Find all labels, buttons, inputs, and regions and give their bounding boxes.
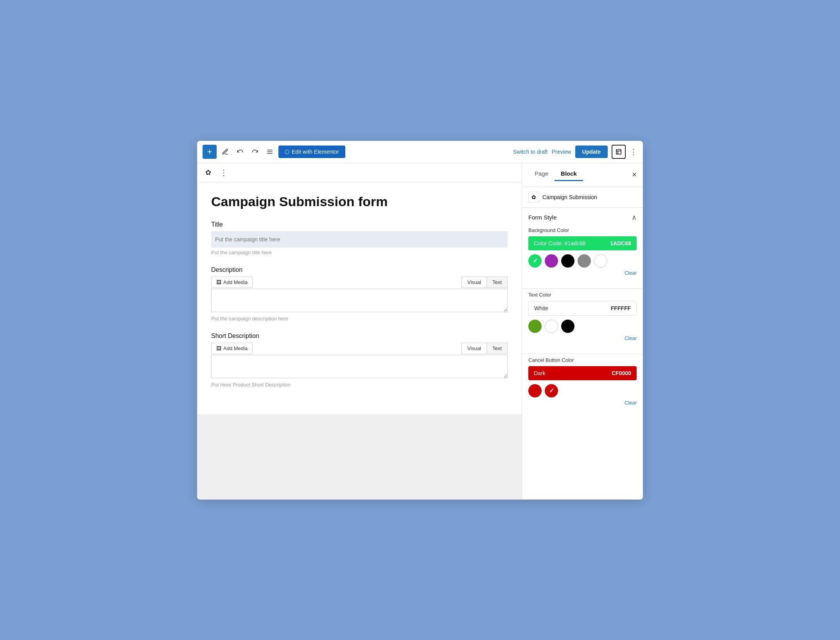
description-label: Description [211, 266, 508, 273]
description-textarea-wrap [211, 289, 508, 314]
tools-icon[interactable] [219, 146, 232, 158]
description-add-media-button[interactable]: 🖼 Add Media [211, 277, 253, 288]
form-title: Campaign Submission form [211, 194, 508, 209]
sidebar-header: Page Block × [522, 163, 643, 187]
text-olive-swatch[interactable] [528, 320, 542, 333]
short-description-label: Short Description [211, 333, 508, 340]
short-description-hint: Put Here Product Short Description [211, 382, 508, 388]
edit-elementor-button[interactable]: ⬡ Edit with Elementor [278, 146, 345, 158]
form-style-label: Form Style [528, 214, 557, 221]
sidebar: Page Block × ✿ Campaign Submission Form … [522, 163, 643, 500]
redo-button[interactable] [249, 146, 261, 158]
text-color-name: White [534, 305, 548, 311]
cancel-red-selected-swatch[interactable] [545, 384, 558, 397]
text-black-swatch[interactable] [561, 320, 574, 333]
title-label: Title [211, 221, 508, 228]
cancel-red-swatch[interactable] [528, 384, 542, 397]
cancel-button-color-section: Cancel Button Color Dark CF0000 Clear [522, 357, 643, 415]
description-media-toolbar: 🖼 Add Media Visual Text [211, 277, 508, 288]
editor-area: ✿ ⋮ Campaign Submission form Title Put t… [197, 163, 522, 500]
elementor-icon: ⬡ [285, 149, 289, 155]
form-style-section: Form Style ∧ Background Color Color Code… [522, 208, 643, 415]
cancel-color-hex: CF0000 [612, 370, 631, 376]
block-info: ✿ Campaign Submission [522, 187, 643, 208]
edit-elementor-label: Edit with Elementor [292, 149, 339, 155]
add-media-icon: 🖼 [216, 279, 221, 285]
svg-rect-3 [616, 149, 621, 154]
text-color-swatches [528, 320, 637, 333]
switch-to-draft-button[interactable]: Switch to draft [513, 149, 548, 155]
more-options-button[interactable]: ⋮ [630, 147, 637, 156]
block-options-button[interactable]: ⋮ [217, 166, 230, 179]
short-desc-add-media-button[interactable]: 🖼 Add Media [211, 343, 253, 354]
description-field-section: Description 🖼 Add Media Visual Text [211, 266, 508, 322]
description-textarea[interactable] [211, 289, 508, 312]
background-color-section: Background Color Color Code: #1adc68 1AD… [522, 227, 643, 285]
short-description-tabs: Visual Text [461, 343, 508, 354]
add-media-label2: Add Media [223, 345, 248, 351]
form-style-chevron: ∧ [632, 213, 637, 222]
block-tab[interactable]: Block [555, 169, 583, 181]
wordpress-editor-window: + ⬡ E [197, 141, 643, 500]
text-color-label: Text Color [528, 292, 637, 298]
block-name-label: Campaign Submission [542, 194, 597, 200]
cancel-button-color-display[interactable]: Dark CF0000 [528, 366, 637, 380]
text-white-swatch[interactable] [545, 320, 558, 333]
add-block-button[interactable]: + [203, 145, 217, 159]
short-description-media-toolbar: 🖼 Add Media Visual Text [211, 343, 508, 354]
text-color-clear[interactable]: Clear [625, 335, 637, 341]
background-color-label: Background Color [528, 227, 637, 233]
toolbar-left: + ⬡ E [203, 145, 510, 159]
bg-gray-swatch[interactable] [578, 254, 591, 268]
sidebar-close-button[interactable]: × [632, 170, 637, 179]
cancel-button-swatches [528, 384, 637, 397]
page-tab[interactable]: Page [528, 169, 555, 181]
bg-black-swatch[interactable] [561, 254, 574, 268]
cancel-button-color-label: Cancel Button Color [528, 357, 637, 363]
bg-purple-swatch[interactable] [545, 254, 558, 268]
editor-toolbar: ✿ ⋮ [197, 163, 522, 182]
top-bar: + ⬡ E [197, 141, 643, 163]
background-color-clear[interactable]: Clear [625, 270, 637, 276]
add-media-label: Add Media [223, 279, 248, 285]
list-view-button[interactable] [264, 146, 276, 158]
block-icon: ✿ [528, 192, 539, 203]
title-field-section: Title Put the campaign title here [211, 221, 508, 255]
text-color-hex: FFFFFF [611, 305, 631, 311]
short-desc-text-tab[interactable]: Text [486, 343, 508, 354]
description-tabs: Visual Text [461, 277, 508, 288]
short-desc-visual-tab[interactable]: Visual [461, 343, 486, 354]
background-color-swatches [528, 254, 637, 268]
text-color-display[interactable]: White FFFFFF [528, 301, 637, 316]
toolbar-right: Switch to draft Preview Update ⋮ [513, 145, 637, 159]
description-hint: Put the campaign description here [211, 316, 508, 322]
layout-view-button[interactable] [612, 145, 626, 159]
bg-green-swatch[interactable] [528, 254, 542, 268]
cancel-color-clear[interactable]: Clear [625, 400, 637, 406]
background-color-name: Color Code: #1adc68 [534, 240, 585, 246]
sidebar-tabs: Page Block [528, 169, 583, 181]
text-color-section: Text Color White FFFFFF Clear [522, 292, 643, 351]
cancel-color-name: Dark [534, 370, 546, 376]
background-color-display[interactable]: Color Code: #1adc68 1ADC68 [528, 236, 637, 250]
bg-white-swatch[interactable] [594, 254, 607, 268]
add-media-icon2: 🖼 [216, 345, 221, 351]
editor-content: Campaign Submission form Title Put the c… [197, 182, 522, 414]
block-icon-btn[interactable]: ✿ [202, 166, 214, 179]
preview-button[interactable]: Preview [552, 149, 571, 155]
title-input[interactable] [211, 231, 508, 248]
short-description-textarea[interactable] [211, 355, 508, 378]
main-layout: ✿ ⋮ Campaign Submission form Title Put t… [197, 163, 643, 500]
description-text-tab[interactable]: Text [486, 277, 508, 288]
undo-button[interactable] [234, 146, 246, 158]
short-description-field-section: Short Description 🖼 Add Media Visual Tex… [211, 333, 508, 388]
background-color-hex: 1ADC68 [610, 240, 631, 246]
short-description-textarea-wrap [211, 355, 508, 380]
description-visual-tab[interactable]: Visual [461, 277, 486, 288]
form-style-header[interactable]: Form Style ∧ [522, 208, 643, 227]
update-button[interactable]: Update [575, 146, 608, 158]
title-hint: Put the campaign title here [211, 250, 508, 255]
